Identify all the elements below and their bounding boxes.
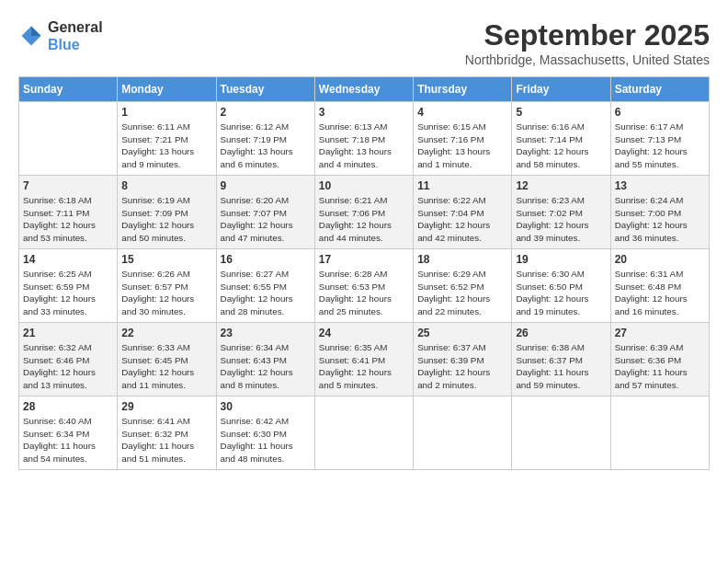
calendar-cell-w2-d2: 8Sunrise: 6:19 AM Sunset: 7:09 PM Daylig… bbox=[118, 176, 216, 249]
day-info: Sunrise: 6:25 AM Sunset: 6:59 PM Dayligh… bbox=[23, 268, 113, 318]
day-info: Sunrise: 6:22 AM Sunset: 7:04 PM Dayligh… bbox=[417, 194, 507, 245]
day-number: 6 bbox=[615, 106, 705, 119]
month-year-title: September 2025 bbox=[465, 18, 710, 52]
day-info: Sunrise: 6:17 AM Sunset: 7:13 PM Dayligh… bbox=[615, 121, 705, 171]
calendar-cell-w3-d2: 15Sunrise: 6:26 AM Sunset: 6:57 PM Dayli… bbox=[118, 249, 216, 323]
day-number: 9 bbox=[221, 179, 311, 192]
day-info: Sunrise: 6:35 AM Sunset: 6:41 PM Dayligh… bbox=[319, 341, 409, 392]
calendar-cell-w4-d5: 25Sunrise: 6:37 AM Sunset: 6:39 PM Dayli… bbox=[414, 323, 512, 396]
day-number: 28 bbox=[23, 400, 113, 413]
calendar-cell-w3-d7: 20Sunrise: 6:31 AM Sunset: 6:48 PM Dayli… bbox=[610, 249, 709, 323]
week-row-1: 1Sunrise: 6:11 AM Sunset: 7:21 PM Daylig… bbox=[19, 102, 710, 176]
day-number: 4 bbox=[417, 106, 507, 119]
day-number: 10 bbox=[319, 179, 409, 192]
calendar-cell-w4-d6: 26Sunrise: 6:38 AM Sunset: 6:37 PM Dayli… bbox=[512, 323, 610, 396]
day-number: 15 bbox=[121, 253, 211, 266]
day-number: 21 bbox=[23, 327, 113, 339]
day-number: 25 bbox=[417, 327, 507, 339]
header-monday: Monday bbox=[118, 77, 216, 102]
calendar-cell-w4-d3: 23Sunrise: 6:34 AM Sunset: 6:43 PM Dayli… bbox=[216, 323, 314, 396]
calendar-cell-w5-d1: 28Sunrise: 6:40 AM Sunset: 6:34 PM Dayli… bbox=[19, 396, 118, 470]
calendar-table: SundayMondayTuesdayWednesdayThursdayFrid… bbox=[18, 76, 710, 470]
day-number: 27 bbox=[615, 327, 705, 339]
header-saturday: Saturday bbox=[610, 77, 709, 102]
day-info: Sunrise: 6:19 AM Sunset: 7:09 PM Dayligh… bbox=[121, 194, 211, 245]
logo-icon bbox=[18, 23, 44, 49]
calendar-cell-w2-d1: 7Sunrise: 6:18 AM Sunset: 7:11 PM Daylig… bbox=[19, 176, 118, 249]
calendar-cell-w3-d6: 19Sunrise: 6:30 AM Sunset: 6:50 PM Dayli… bbox=[512, 249, 610, 323]
calendar-cell-w1-d6: 5Sunrise: 6:16 AM Sunset: 7:14 PM Daylig… bbox=[512, 102, 610, 176]
day-info: Sunrise: 6:33 AM Sunset: 6:45 PM Dayligh… bbox=[121, 341, 211, 392]
day-info: Sunrise: 6:13 AM Sunset: 7:18 PM Dayligh… bbox=[319, 121, 409, 171]
day-info: Sunrise: 6:12 AM Sunset: 7:19 PM Dayligh… bbox=[221, 121, 311, 171]
day-info: Sunrise: 6:16 AM Sunset: 7:14 PM Dayligh… bbox=[516, 121, 606, 171]
logo: General Blue bbox=[18, 18, 103, 53]
header-wednesday: Wednesday bbox=[314, 77, 413, 102]
calendar-cell-w1-d7: 6Sunrise: 6:17 AM Sunset: 7:13 PM Daylig… bbox=[610, 102, 709, 176]
day-info: Sunrise: 6:11 AM Sunset: 7:21 PM Dayligh… bbox=[121, 121, 211, 171]
day-number: 24 bbox=[319, 327, 409, 339]
header-tuesday: Tuesday bbox=[216, 77, 314, 102]
week-row-3: 14Sunrise: 6:25 AM Sunset: 6:59 PM Dayli… bbox=[19, 249, 710, 323]
calendar-cell-w3-d5: 18Sunrise: 6:29 AM Sunset: 6:52 PM Dayli… bbox=[414, 249, 512, 323]
calendar-cell-w4-d7: 27Sunrise: 6:39 AM Sunset: 6:36 PM Dayli… bbox=[610, 323, 709, 396]
page-header: General Blue September 2025 Northbridge,… bbox=[18, 18, 710, 67]
day-number: 3 bbox=[319, 106, 409, 119]
day-info: Sunrise: 6:41 AM Sunset: 6:32 PM Dayligh… bbox=[121, 415, 211, 465]
calendar-cell-w5-d6 bbox=[512, 396, 610, 470]
day-info: Sunrise: 6:23 AM Sunset: 7:02 PM Dayligh… bbox=[516, 194, 606, 245]
calendar-cell-w5-d5 bbox=[414, 396, 512, 470]
calendar-cell-w1-d2: 1Sunrise: 6:11 AM Sunset: 7:21 PM Daylig… bbox=[118, 102, 216, 176]
day-number: 13 bbox=[615, 179, 705, 192]
svg-marker-1 bbox=[31, 27, 41, 37]
day-number: 18 bbox=[417, 253, 507, 266]
day-number: 2 bbox=[221, 106, 311, 119]
day-number: 19 bbox=[516, 253, 606, 266]
header-sunday: Sunday bbox=[19, 77, 118, 102]
day-number: 17 bbox=[319, 253, 409, 266]
day-number: 26 bbox=[516, 327, 606, 339]
day-number: 5 bbox=[516, 106, 606, 119]
day-number: 23 bbox=[221, 327, 311, 339]
calendar-cell-w1-d5: 4Sunrise: 6:15 AM Sunset: 7:16 PM Daylig… bbox=[414, 102, 512, 176]
day-info: Sunrise: 6:24 AM Sunset: 7:00 PM Dayligh… bbox=[615, 194, 705, 245]
calendar-cell-w1-d1 bbox=[19, 102, 118, 176]
calendar-cell-w5-d2: 29Sunrise: 6:41 AM Sunset: 6:32 PM Dayli… bbox=[118, 396, 216, 470]
day-info: Sunrise: 6:42 AM Sunset: 6:30 PM Dayligh… bbox=[221, 415, 311, 465]
day-info: Sunrise: 6:27 AM Sunset: 6:55 PM Dayligh… bbox=[221, 268, 311, 318]
calendar-cell-w4-d1: 21Sunrise: 6:32 AM Sunset: 6:46 PM Dayli… bbox=[19, 323, 118, 396]
day-info: Sunrise: 6:34 AM Sunset: 6:43 PM Dayligh… bbox=[221, 341, 311, 392]
day-info: Sunrise: 6:26 AM Sunset: 6:57 PM Dayligh… bbox=[121, 268, 211, 318]
calendar-cell-w3-d3: 16Sunrise: 6:27 AM Sunset: 6:55 PM Dayli… bbox=[216, 249, 314, 323]
calendar-cell-w3-d4: 17Sunrise: 6:28 AM Sunset: 6:53 PM Dayli… bbox=[314, 249, 413, 323]
day-number: 7 bbox=[23, 179, 113, 192]
day-number: 16 bbox=[221, 253, 311, 266]
day-number: 29 bbox=[121, 400, 211, 413]
day-info: Sunrise: 6:15 AM Sunset: 7:16 PM Dayligh… bbox=[417, 121, 507, 171]
day-info: Sunrise: 6:21 AM Sunset: 7:06 PM Dayligh… bbox=[319, 194, 409, 245]
day-info: Sunrise: 6:29 AM Sunset: 6:52 PM Dayligh… bbox=[417, 268, 507, 318]
calendar-cell-w1-d4: 3Sunrise: 6:13 AM Sunset: 7:18 PM Daylig… bbox=[314, 102, 413, 176]
day-info: Sunrise: 6:30 AM Sunset: 6:50 PM Dayligh… bbox=[516, 268, 606, 318]
title-block: September 2025 Northbridge, Massachusett… bbox=[465, 18, 710, 67]
calendar-cell-w1-d3: 2Sunrise: 6:12 AM Sunset: 7:19 PM Daylig… bbox=[216, 102, 314, 176]
calendar-header-row: SundayMondayTuesdayWednesdayThursdayFrid… bbox=[19, 77, 710, 102]
day-info: Sunrise: 6:40 AM Sunset: 6:34 PM Dayligh… bbox=[23, 415, 113, 465]
calendar-cell-w3-d1: 14Sunrise: 6:25 AM Sunset: 6:59 PM Dayli… bbox=[19, 249, 118, 323]
logo-general: General bbox=[48, 18, 103, 36]
day-info: Sunrise: 6:28 AM Sunset: 6:53 PM Dayligh… bbox=[319, 268, 409, 318]
day-info: Sunrise: 6:38 AM Sunset: 6:37 PM Dayligh… bbox=[516, 341, 606, 392]
day-number: 22 bbox=[121, 327, 211, 339]
day-info: Sunrise: 6:32 AM Sunset: 6:46 PM Dayligh… bbox=[23, 341, 113, 392]
calendar-cell-w4-d2: 22Sunrise: 6:33 AM Sunset: 6:45 PM Dayli… bbox=[118, 323, 216, 396]
calendar-cell-w2-d6: 12Sunrise: 6:23 AM Sunset: 7:02 PM Dayli… bbox=[512, 176, 610, 249]
day-info: Sunrise: 6:20 AM Sunset: 7:07 PM Dayligh… bbox=[221, 194, 311, 245]
day-info: Sunrise: 6:18 AM Sunset: 7:11 PM Dayligh… bbox=[23, 194, 113, 245]
week-row-4: 21Sunrise: 6:32 AM Sunset: 6:46 PM Dayli… bbox=[19, 323, 710, 396]
logo-blue: Blue bbox=[48, 36, 103, 53]
day-number: 30 bbox=[221, 400, 311, 413]
week-row-2: 7Sunrise: 6:18 AM Sunset: 7:11 PM Daylig… bbox=[19, 176, 710, 249]
header-friday: Friday bbox=[512, 77, 610, 102]
week-row-5: 28Sunrise: 6:40 AM Sunset: 6:34 PM Dayli… bbox=[19, 396, 710, 470]
calendar-cell-w5-d3: 30Sunrise: 6:42 AM Sunset: 6:30 PM Dayli… bbox=[216, 396, 314, 470]
